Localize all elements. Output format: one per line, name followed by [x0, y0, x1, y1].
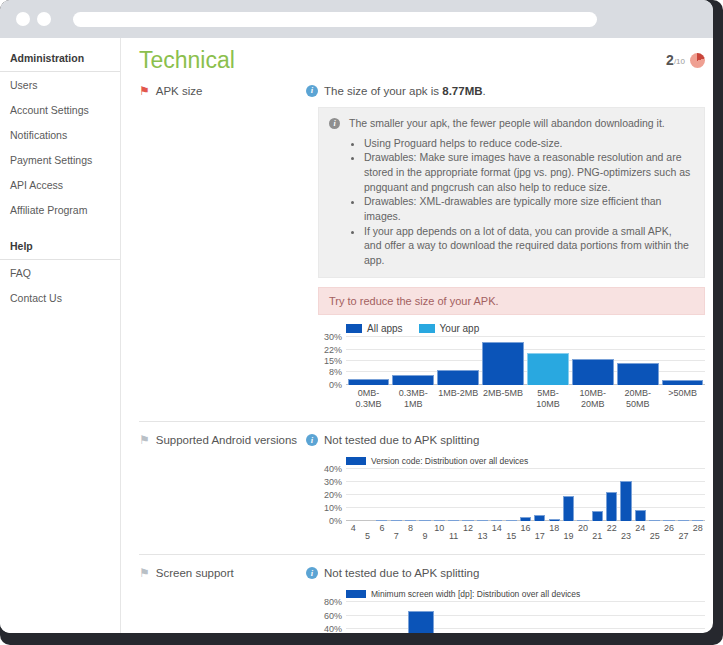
page-backdrop: AdministrationUsersAccount SettingsNotif…	[0, 0, 723, 645]
chart-legend: All appsYour app	[346, 323, 705, 334]
section-label: ⚑ APK size	[139, 84, 306, 409]
legend-swatch	[419, 324, 435, 333]
note-bullet: Drawables: XML-drawables are typically m…	[364, 194, 692, 223]
bar	[348, 379, 390, 385]
x-tick-label: 10	[432, 523, 446, 542]
bar	[506, 520, 517, 521]
sidebar-item-notifications[interactable]: Notifications	[0, 122, 120, 147]
bar-slot	[346, 602, 376, 633]
x-tick-label: 25	[648, 531, 662, 550]
bar	[592, 511, 603, 521]
x-tick-label: 7	[389, 531, 403, 550]
sidebar-item-account-settings[interactable]: Account Settings	[0, 97, 120, 122]
bar	[434, 520, 445, 521]
info-icon[interactable]: i	[306, 85, 318, 97]
section-label-text: APK size	[156, 85, 203, 97]
section-android-versions: ⚑ Supported Android versions i Not teste…	[139, 421, 705, 554]
chart-legend: Version code: Distribution over all devi…	[346, 456, 705, 466]
bar-slot	[561, 469, 575, 521]
bar-slot	[389, 469, 403, 521]
x-tick-label: 17	[533, 531, 547, 550]
y-tick-label: 80%	[324, 598, 342, 607]
y-tick-label: 30%	[324, 478, 342, 487]
legend-label: All apps	[367, 323, 403, 334]
x-axis: 0MB-0.3MB0.3MB-1MB1MB-2MB2MB-5MB5MB-10MB…	[346, 388, 705, 410]
bar	[663, 520, 674, 521]
section-screen-support: ⚑ Screen support i Not tested due to APK…	[139, 554, 705, 633]
bar-slot	[475, 469, 489, 521]
bar	[692, 520, 703, 521]
bar-slot	[436, 337, 481, 385]
bar	[534, 515, 545, 521]
bar-slot	[461, 469, 475, 521]
section-apk-size: ⚑ APK size i The size of your apk is 8.7…	[139, 76, 705, 421]
bar	[572, 359, 614, 385]
window-dot-icon	[37, 12, 51, 26]
x-tick-label: 27	[676, 531, 690, 550]
note-bullet: If your app depends on a lot of data, yo…	[364, 224, 692, 268]
section-label-text: Supported Android versions	[156, 434, 297, 446]
bar-slot	[391, 337, 436, 385]
x-tick-label: 22	[604, 523, 618, 542]
bar-slot	[619, 469, 633, 521]
sidebar-item-faq[interactable]: FAQ	[0, 260, 120, 285]
bar	[662, 380, 704, 385]
x-tick-label: 20	[576, 523, 590, 542]
bar-slot	[526, 337, 571, 385]
bar-slot	[496, 602, 526, 633]
sidebar-item-payment-settings[interactable]: Payment Settings	[0, 147, 120, 172]
bar	[462, 520, 473, 521]
y-tick-label: 60%	[324, 611, 342, 620]
android-versions-chart: Version code: Distribution over all devi…	[318, 456, 705, 542]
bar	[477, 520, 488, 521]
info-text: Not tested due to APK splitting	[324, 566, 479, 581]
browser-topbar	[0, 0, 713, 38]
bar-slot	[615, 602, 645, 633]
bar-slot	[660, 337, 705, 385]
y-tick-label: 8%	[329, 368, 342, 377]
bar-slot	[490, 469, 504, 521]
bar-slot	[432, 469, 446, 521]
x-tick-label: 5MB-10MB	[526, 388, 571, 410]
bar-slot	[590, 469, 604, 521]
screen-width-chart: Minimum screen width [dp]: Distribution …	[318, 589, 705, 633]
y-tick-label: 40%	[324, 465, 342, 474]
bar	[392, 375, 434, 385]
y-tick-label: 10%	[324, 504, 342, 513]
apk-size-chart: All appsYour app0%8%15%22%30%0MB-0.3MB0.…	[318, 323, 705, 410]
sidebar-section: HelpFAQContact Us	[0, 232, 120, 310]
bar-slot	[375, 469, 389, 521]
plot-area	[346, 337, 705, 385]
x-tick-label: 19	[561, 531, 575, 550]
bar	[635, 510, 646, 521]
bars	[346, 469, 705, 521]
address-bar[interactable]	[73, 12, 597, 27]
legend-swatch	[346, 457, 366, 465]
x-tick-label: 18	[547, 523, 561, 542]
bar	[678, 520, 689, 521]
info-icon[interactable]: i	[306, 434, 318, 446]
note-bullet: Using Proguard helps to reduce code-size…	[364, 136, 692, 151]
bar-slot	[585, 602, 615, 633]
sidebar-item-contact-us[interactable]: Contact Us	[0, 285, 120, 310]
sidebar-item-users[interactable]: Users	[0, 72, 120, 97]
sidebar-item-affiliate-program[interactable]: Affiliate Program	[0, 197, 120, 222]
bar-slot	[481, 337, 526, 385]
page-title: Technical	[139, 47, 235, 74]
report-sections: ⚑ APK size i The size of your apk is 8.7…	[139, 76, 705, 633]
bar	[405, 520, 416, 521]
bar-slot	[648, 469, 662, 521]
info-icon[interactable]: i	[306, 567, 318, 579]
score-badge: 2 /10	[666, 52, 705, 68]
score-value: 2	[666, 52, 674, 68]
bar	[419, 520, 430, 521]
x-tick-label: 14	[490, 523, 504, 542]
sidebar-item-api-access[interactable]: API Access	[0, 172, 120, 197]
bar-slot	[436, 602, 466, 633]
legend-entry: Your app	[419, 323, 480, 334]
section-body: i The size of your apk is 8.77MB. i The …	[306, 84, 705, 409]
bar-slot	[403, 469, 417, 521]
y-tick-label: 0%	[329, 380, 342, 389]
sidebar-section: AdministrationUsersAccount SettingsNotif…	[0, 44, 120, 222]
legend-label: Your app	[440, 323, 480, 334]
